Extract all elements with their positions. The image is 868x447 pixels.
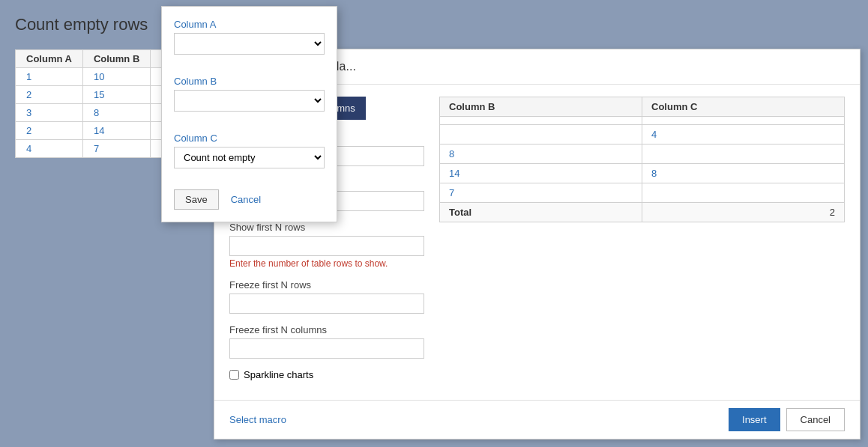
- popup-column-b-group: Column B: [174, 76, 325, 122]
- bg-col-b-header: Column B: [82, 50, 150, 68]
- bg-table-cell: 8: [82, 104, 150, 122]
- freeze-first-n-rows-group: Freeze first N rows: [229, 279, 424, 314]
- popup-column-b-label: Column B: [174, 76, 325, 87]
- popup-column-a-label: Column A: [174, 19, 325, 30]
- show-first-n-rows-label: Show first N rows: [229, 222, 424, 233]
- show-first-n-hint: Enter the number of table rows to show.: [229, 258, 424, 269]
- bg-table-cell: 3: [16, 104, 83, 122]
- bg-table-cell: 10: [82, 68, 150, 86]
- select-macro-link[interactable]: Select macro: [229, 414, 286, 425]
- popup-buttons: Save Cancel: [174, 189, 325, 210]
- sparkline-checkbox[interactable]: [229, 370, 239, 380]
- right-col-c-header: Column C: [642, 97, 845, 117]
- right-table-cell: 8: [642, 164, 845, 183]
- dialog-right-panel: Column B Column C 481487 Total 2: [439, 97, 845, 388]
- bg-table-cell: 2: [16, 86, 83, 104]
- right-table-cell: 14: [440, 164, 642, 183]
- popup-column-a-group: Column A: [174, 19, 325, 65]
- right-table-cell: 4: [642, 125, 845, 145]
- cancel-footer-button[interactable]: Cancel: [786, 408, 845, 431]
- bg-table-cell: 7: [82, 140, 150, 158]
- right-table-cell: [642, 117, 845, 125]
- popup-cancel-button[interactable]: Cancel: [225, 189, 267, 210]
- bg-table-cell: 14: [82, 122, 150, 140]
- freeze-first-n-columns-label: Freeze first N columns: [229, 324, 424, 335]
- show-first-n-rows-input[interactable]: [229, 236, 424, 256]
- popup-column-c-select[interactable]: Count not emptyCount emptySumAverageMinM…: [174, 147, 325, 168]
- popup-column-b-select[interactable]: [174, 90, 325, 112]
- sparkline-row: Sparkline charts: [229, 369, 424, 380]
- column-settings-popup: Column A Column B Column C Count not emp…: [161, 6, 337, 222]
- right-table-cell: [642, 145, 845, 164]
- sparkline-label: Sparkline charts: [244, 369, 313, 380]
- total-label: Total: [440, 203, 642, 222]
- bg-table-cell: 4: [16, 140, 83, 158]
- total-col-c: 2: [642, 203, 845, 222]
- freeze-first-n-columns-group: Freeze first N columns: [229, 324, 424, 359]
- right-table: Column B Column C 481487 Total 2: [439, 97, 845, 222]
- right-table-cell: [440, 125, 642, 145]
- insert-button[interactable]: Insert: [729, 408, 780, 431]
- right-table-cell: 7: [440, 183, 642, 203]
- page-title: Count empty rows: [15, 15, 853, 34]
- bg-table-cell: 2: [16, 122, 83, 140]
- right-col-b-header: Column B: [440, 97, 642, 117]
- freeze-first-n-rows-input[interactable]: [229, 294, 424, 314]
- freeze-first-n-rows-label: Freeze first N rows: [229, 279, 424, 291]
- right-table-cell: [440, 117, 642, 125]
- footer-buttons: Insert Cancel: [729, 408, 845, 431]
- dialog-footer: Select macro Insert Cancel: [214, 400, 860, 439]
- bg-col-a-header: Column A: [16, 50, 83, 68]
- popup-save-button[interactable]: Save: [174, 189, 219, 210]
- popup-column-c-group: Column C Count not emptyCount emptySumAv…: [174, 133, 325, 179]
- popup-column-c-label: Column C: [174, 133, 325, 144]
- bg-table-cell: 1: [16, 68, 83, 86]
- show-first-n-rows-group: Show first N rows Enter the number of ta…: [229, 222, 424, 269]
- right-table-cell: [642, 183, 845, 203]
- right-table-cell: 8: [440, 145, 642, 164]
- bg-table-cell: 15: [82, 86, 150, 104]
- total-row: Total 2: [440, 203, 845, 222]
- popup-column-a-select[interactable]: [174, 33, 325, 55]
- freeze-first-n-columns-input[interactable]: [229, 338, 424, 359]
